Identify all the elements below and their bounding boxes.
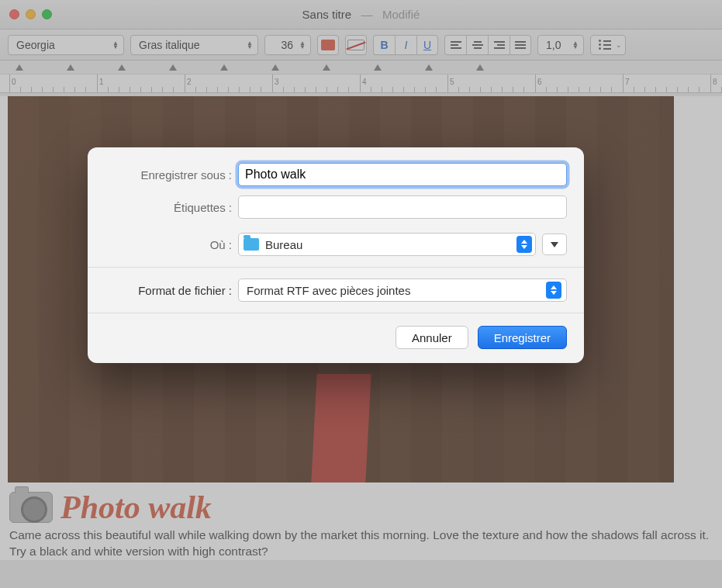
font-family-select[interactable]: Georgia ▲▼: [8, 35, 124, 55]
chevron-updown-icon: ▲▼: [572, 41, 579, 49]
ruler-number: 2: [187, 78, 192, 86]
no-color-icon: [347, 40, 364, 50]
cancel-button[interactable]: Annuler: [396, 326, 468, 349]
file-format-select[interactable]: Format RTF avec pièces jointes: [238, 278, 567, 302]
font-style-value: Gras italique: [139, 39, 200, 51]
divider: [88, 267, 584, 268]
swatch-icon: [321, 40, 335, 50]
align-justify-button[interactable]: [510, 35, 531, 55]
align-right-button[interactable]: [488, 35, 510, 55]
document-heading[interactable]: Photo walk: [60, 489, 212, 526]
document-paragraph[interactable]: Came across this beautiful wall while wa…: [9, 527, 713, 560]
tab-stop-icon[interactable]: [220, 64, 228, 71]
tags-input[interactable]: [238, 195, 567, 219]
tab-stop-icon[interactable]: [271, 64, 279, 71]
title-modified: Modifié: [382, 8, 420, 21]
ruler-number: 5: [450, 78, 454, 86]
align-center-icon: [472, 41, 483, 49]
italic-button[interactable]: I: [395, 35, 416, 55]
tab-stop-icon[interactable]: [374, 64, 382, 71]
ruler-number: 4: [362, 78, 367, 86]
ruler[interactable]: 012345678: [0, 74, 722, 93]
divider: [88, 313, 584, 313]
align-justify-icon: [515, 41, 526, 49]
align-left-icon: [451, 41, 461, 49]
window-title: Sans titre — Modifié: [0, 8, 722, 21]
where-label: Où :: [105, 238, 238, 251]
tab-stop-icon[interactable]: [16, 64, 23, 71]
title-main: Sans titre: [302, 8, 351, 21]
where-select[interactable]: Bureau: [238, 233, 536, 256]
no-color-button[interactable]: [345, 35, 367, 55]
font-size-select[interactable]: 36 ▲▼: [264, 35, 311, 55]
title-sep-dash: —: [361, 8, 373, 21]
chevron-down-icon: ⌄: [616, 41, 622, 49]
chevron-updown-icon: [546, 282, 561, 299]
file-format-value: Format RTF avec pièces jointes: [247, 284, 410, 297]
save-as-label: Enregistrer sous :: [105, 168, 238, 182]
alignment-group: [444, 35, 531, 55]
align-right-icon: [494, 41, 505, 49]
save-dialog: Enregistrer sous : Étiquettes : Où : Bur…: [88, 147, 584, 363]
ruler-number: 6: [537, 78, 542, 86]
ruler-number: 1: [99, 78, 104, 86]
window-titlebar: Sans titre — Modifié: [0, 0, 722, 29]
chevron-updown-icon: ▲▼: [112, 41, 119, 49]
line-spacing-value: 1,0: [546, 39, 561, 51]
tab-stop-icon[interactable]: [323, 64, 330, 71]
folder-icon: [244, 238, 259, 251]
title-status: [376, 8, 379, 21]
tags-label: Étiquettes :: [105, 201, 238, 214]
ruler-number: 3: [275, 78, 279, 86]
chevron-down-icon: [551, 242, 558, 247]
chevron-updown-icon: ▲▼: [247, 41, 253, 49]
tab-stop-icon[interactable]: [67, 64, 74, 71]
text-color-button[interactable]: [317, 35, 339, 55]
tab-stop-icon[interactable]: [476, 64, 484, 71]
expand-dialog-button[interactable]: [542, 233, 567, 255]
title-sep: [354, 8, 358, 21]
document-heading-row: Photo walk: [9, 489, 713, 526]
line-spacing-select[interactable]: 1,0 ▲▼: [537, 35, 584, 55]
ruler-number: 0: [12, 78, 16, 86]
text-style-group: B I U: [373, 35, 438, 55]
save-as-input[interactable]: [238, 163, 567, 186]
font-family-value: Georgia: [16, 39, 55, 51]
align-left-button[interactable]: [444, 35, 466, 55]
ruler-number: 8: [713, 78, 717, 86]
tab-stop-icon[interactable]: [118, 64, 126, 71]
font-size-value: 36: [282, 39, 294, 51]
tab-stop-bar[interactable]: [0, 61, 722, 74]
bold-button[interactable]: B: [373, 35, 395, 55]
tab-stop-icon[interactable]: [425, 64, 433, 71]
chevron-updown-icon: [516, 236, 532, 253]
list-style-select[interactable]: ⌄: [590, 35, 626, 55]
where-value: Bureau: [265, 238, 302, 251]
file-format-label: Format de fichier :: [105, 284, 238, 297]
chevron-updown-icon: ▲▼: [299, 41, 306, 49]
camera-icon: [9, 492, 53, 523]
align-center-button[interactable]: [466, 35, 488, 55]
save-button[interactable]: Enregistrer: [478, 326, 567, 349]
bullet-list-icon: [599, 40, 611, 50]
tab-stop-icon[interactable]: [169, 64, 177, 71]
font-style-select[interactable]: Gras italique ▲▼: [130, 35, 258, 55]
underline-button[interactable]: U: [416, 35, 438, 55]
ruler-number: 7: [625, 78, 630, 86]
formatting-toolbar: Georgia ▲▼ Gras italique ▲▼ 36 ▲▼ B I U …: [0, 29, 722, 61]
